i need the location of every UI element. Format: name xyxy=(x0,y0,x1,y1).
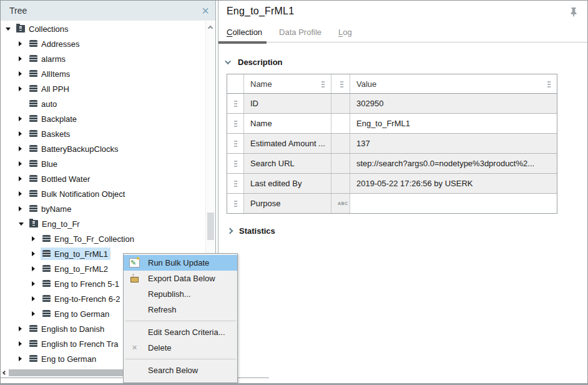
tab-data-profile[interactable]: Data Profile xyxy=(279,28,321,37)
column-header-value[interactable]: Value xyxy=(350,74,557,93)
column-menu-icon[interactable] xyxy=(340,81,343,88)
description-section-header[interactable]: Description xyxy=(227,58,587,67)
table-row: Estimated Amount ...137 xyxy=(227,134,557,154)
tree-item[interactable]: All PPH xyxy=(1,81,205,96)
tree-item-content[interactable]: Eng_To_Fr_Collection xyxy=(41,232,137,245)
horizontal-scroll-thumb[interactable] xyxy=(9,369,123,376)
pin-icon[interactable] xyxy=(569,7,579,18)
menu-item-refresh[interactable]: Refresh xyxy=(124,302,237,318)
tree-item-content[interactable]: Eng to German xyxy=(41,308,112,320)
tree-item[interactable]: alarms xyxy=(1,51,205,66)
expand-arrow-icon[interactable] xyxy=(19,41,27,47)
expand-arrow-icon[interactable] xyxy=(19,146,27,152)
expand-arrow-icon[interactable] xyxy=(19,206,27,212)
row-drag-handle[interactable] xyxy=(227,174,244,193)
attribute-value-cell[interactable]: step://search?args0.0=nodetype%3dproduct… xyxy=(350,154,557,173)
tree-item[interactable]: auto xyxy=(1,96,205,111)
expand-arrow-icon[interactable] xyxy=(32,281,41,287)
tree-item[interactable]: Bulk Notification Object xyxy=(1,186,205,201)
expand-arrow-icon[interactable] xyxy=(19,56,27,62)
attribute-value-cell[interactable]: 2019-05-22 17:26:56 by USERK xyxy=(350,174,557,193)
expand-arrow-icon[interactable] xyxy=(32,311,41,317)
attribute-value-cell[interactable]: 302950 xyxy=(350,94,557,113)
tree-item[interactable]: Baskets xyxy=(1,126,205,141)
column-menu-icon[interactable] xyxy=(547,81,551,88)
tree-item[interactable]: Backplate xyxy=(1,111,205,126)
tree-item[interactable]: AllItems xyxy=(1,66,205,81)
menu-item-spacer xyxy=(129,328,140,338)
expand-arrow-icon[interactable] xyxy=(19,326,27,332)
expand-arrow-icon[interactable] xyxy=(32,236,41,242)
menu-item-run-bulk-update[interactable]: ✎★Run Bulk Update xyxy=(124,255,237,271)
expand-arrow-icon[interactable] xyxy=(19,341,27,347)
tab-collection[interactable]: Collection xyxy=(227,28,262,37)
expand-arrow-icon[interactable] xyxy=(32,296,41,302)
tree-item[interactable]: Addresses xyxy=(1,36,205,51)
tree-item-content[interactable]: English to French Tra xyxy=(27,338,121,350)
column-menu-icon[interactable] xyxy=(321,81,325,88)
tree-item-content[interactable]: Bottled Water xyxy=(27,172,92,185)
tree-item[interactable]: Eng_to_Fr xyxy=(1,216,205,231)
expand-arrow-icon[interactable] xyxy=(19,356,27,362)
expand-arrow-icon[interactable] xyxy=(19,161,27,167)
expand-arrow-icon[interactable] xyxy=(19,131,27,137)
menu-item-edit-search-criteria[interactable]: Edit Search Criteria... xyxy=(124,324,237,340)
scroll-left-arrow-icon[interactable] xyxy=(2,371,7,375)
menu-item-export-data-below[interactable]: Export Data Below xyxy=(124,271,237,286)
tree-item[interactable]: Blue xyxy=(1,156,205,171)
tree-item[interactable]: BatteryBackupClocks xyxy=(1,141,205,156)
menu-item-search-below[interactable]: Search Below xyxy=(124,362,237,378)
attribute-value-cell[interactable] xyxy=(350,194,557,213)
tree-item[interactable]: Bottled Water xyxy=(1,171,205,186)
tree-item-content[interactable]: Baskets xyxy=(27,128,72,140)
expand-arrow-icon[interactable] xyxy=(32,251,41,257)
chevron-right-icon[interactable] xyxy=(227,228,233,234)
tree-item[interactable]: Eng_To_Fr_Collection xyxy=(1,231,205,246)
expand-arrow-icon[interactable] xyxy=(19,191,27,197)
tree-item-content[interactable]: BatteryBackupClocks xyxy=(27,142,121,155)
row-drag-handle[interactable] xyxy=(227,194,244,213)
tree-item-content[interactable]: Addresses xyxy=(27,38,82,50)
chevron-down-icon[interactable] xyxy=(225,58,231,64)
expand-arrow-icon[interactable] xyxy=(19,71,27,77)
expand-arrow-icon[interactable] xyxy=(19,86,27,92)
tab-log[interactable]: Log xyxy=(338,28,352,37)
tree-item-content[interactable]: Eng to French 5-1 xyxy=(41,278,122,290)
tree-item[interactable]: Collections xyxy=(1,21,205,36)
menu-item-republish[interactable]: Republish... xyxy=(124,286,237,302)
menu-item-delete[interactable]: ×Delete xyxy=(124,340,237,356)
scroll-up-arrow-icon[interactable] xyxy=(208,26,213,31)
tree-item-content[interactable]: AllItems xyxy=(27,68,72,80)
vertical-scroll-thumb[interactable] xyxy=(207,212,214,240)
tree-item-content[interactable]: auto xyxy=(27,98,59,110)
column-header-name[interactable]: Name xyxy=(244,74,331,93)
tree-item-content[interactable]: alarms xyxy=(27,52,68,65)
column-header-type[interactable] xyxy=(331,74,350,93)
close-icon[interactable]: × xyxy=(202,6,209,16)
row-drag-handle[interactable] xyxy=(227,154,244,173)
tree-item-content[interactable]: byName xyxy=(27,202,74,215)
row-drag-handle[interactable] xyxy=(227,114,244,133)
statistics-section-header[interactable]: Statistics xyxy=(227,226,587,236)
tree-item-content[interactable]: Blue xyxy=(27,158,60,170)
expand-arrow-icon[interactable] xyxy=(19,221,27,227)
tree-item-content[interactable]: Eng_to_Fr xyxy=(27,218,82,230)
attribute-value-cell[interactable]: Eng_to_FrML1 xyxy=(350,114,557,133)
tree-item-content[interactable]: Eng_to_FrML2 xyxy=(41,262,110,275)
tree-item-content[interactable]: Eng-to-French 6-2 xyxy=(41,292,123,305)
tree-item[interactable]: byName xyxy=(1,201,205,216)
expand-arrow-icon[interactable] xyxy=(32,266,41,272)
expand-arrow-icon[interactable] xyxy=(19,176,27,182)
attribute-value-cell[interactable]: 137 xyxy=(350,134,557,153)
tree-item-content[interactable]: All PPH xyxy=(27,82,72,95)
tree-item-content[interactable]: Backplate xyxy=(27,112,79,125)
tree-item-content[interactable]: Eng_to_FrML1 xyxy=(41,248,110,260)
expand-arrow-icon[interactable] xyxy=(19,116,27,122)
row-drag-handle[interactable] xyxy=(227,94,244,113)
tree-item-content[interactable]: English to Danish xyxy=(27,322,107,335)
tree-item-content[interactable]: Bulk Notification Object xyxy=(27,188,127,200)
tree-item-content[interactable]: Collections xyxy=(14,22,71,35)
tree-item-content[interactable]: Eng to German xyxy=(27,352,99,365)
expand-arrow-icon[interactable] xyxy=(6,26,14,32)
row-drag-handle[interactable] xyxy=(227,134,244,153)
